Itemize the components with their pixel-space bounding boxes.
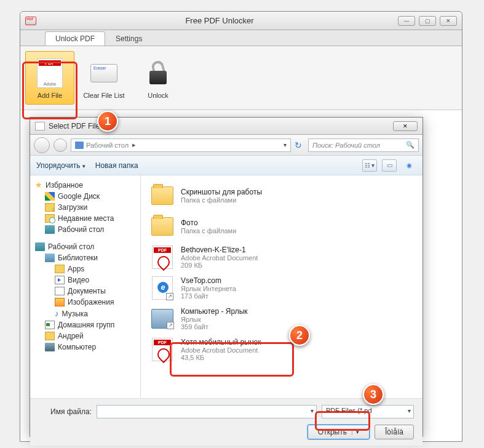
path-text: Рабочий стол (86, 142, 129, 149)
pdf-file-icon (150, 337, 175, 362)
sidebar-item-images[interactable]: Изображения (30, 297, 140, 308)
open-button[interactable]: Открыть▾ (307, 425, 370, 439)
dialog-titlebar: Select PDF File ✕ (30, 118, 423, 135)
callout-2: 2 (289, 325, 310, 346)
star-icon: ★ (35, 180, 42, 190)
sidebar-item-gdrive[interactable]: Google Диск (30, 191, 140, 202)
sidebar-item-music[interactable]: ♪Музыка (30, 308, 140, 319)
lock-icon (142, 57, 174, 89)
desktop-icon (35, 242, 45, 251)
preview-pane-button[interactable]: ▭ (382, 159, 397, 172)
nav-forward-button[interactable] (54, 138, 67, 152)
unlock-button[interactable]: Unlock (133, 51, 183, 105)
close-button[interactable]: ✕ (440, 16, 457, 26)
desktop-icon (45, 225, 55, 234)
search-input[interactable]: Поиск: Рабочий стол 🔍 (308, 138, 419, 152)
dialog-nav: Рабочий стол ▸ ▾ ↻ Поиск: Рабочий стол 🔍 (30, 135, 423, 156)
main-titlebar: Free PDF Unlocker — ▢ ✕ (20, 12, 462, 30)
unlock-label: Unlock (148, 92, 169, 99)
sidebar-item-user[interactable]: Андрей (30, 330, 140, 342)
video-icon (55, 276, 65, 284)
computer-shortcut-icon: ↗ (150, 306, 175, 331)
search-placeholder: Поиск: Рабочий стол (312, 142, 380, 149)
image-icon (55, 298, 65, 306)
pdf-file-icon (150, 245, 175, 270)
sidebar-item-documents[interactable]: Документы (30, 286, 140, 297)
open-dropdown-icon[interactable]: ▾ (352, 429, 359, 435)
filename-input[interactable] (97, 405, 317, 418)
pdf-icon (34, 57, 66, 89)
dialog-toolbar: Упорядочить ▾ Новая папка ☷ ▾ ▭ ◉ (30, 156, 423, 175)
ribbon: Add File Clear File List Unlock (20, 46, 462, 110)
cancel-button[interactable]: Îòìåíà (375, 425, 414, 439)
folder-icon (55, 265, 65, 273)
chevron-right-icon: ▸ (132, 141, 136, 149)
organize-menu[interactable]: Упорядочить ▾ (36, 161, 85, 170)
clear-list-button[interactable]: Clear File List (79, 51, 129, 105)
sidebar-item-desktop[interactable]: Рабочий стол (30, 224, 140, 235)
refresh-icon[interactable]: ↻ (295, 140, 302, 150)
sidebar-desktop-root[interactable]: Рабочий стол (30, 241, 140, 252)
recent-icon (45, 214, 55, 223)
window-controls: — ▢ ✕ (398, 16, 457, 26)
file-item-shortcut[interactable]: ↗ Компьютер - ЯрлыкЯрлык359 байт (146, 303, 418, 334)
sidebar-item-video[interactable]: Видео (30, 274, 140, 286)
ie-shortcut-icon: ↗ (150, 276, 175, 300)
tab-unlock-pdf[interactable]: Unlock PDF (45, 31, 105, 46)
clear-list-label: Clear File List (83, 92, 124, 99)
address-bar[interactable]: Рабочий стол ▸ ▾ (71, 138, 291, 152)
search-icon: 🔍 (406, 141, 415, 149)
file-item-shortcut[interactable]: ↗ VseTop.comЯрлык Интернета173 байт (146, 273, 418, 303)
folder-icon (150, 214, 175, 239)
document-icon (55, 287, 65, 295)
app-icon (25, 17, 36, 25)
callout-3: 3 (363, 384, 384, 405)
maximize-button[interactable]: ▢ (419, 16, 436, 26)
file-item-folder[interactable]: Скриншоты для работыПапка с файлами (146, 180, 418, 211)
homegroup-icon (45, 321, 55, 329)
path-dropdown-icon[interactable]: ▾ (284, 142, 287, 148)
dialog-body: ★Избранное Google Диск Загрузки Недавние… (30, 175, 423, 398)
file-list: Скриншоты для работыПапка с файлами Фото… (141, 175, 423, 398)
callout-1: 1 (97, 111, 118, 132)
dialog-close-button[interactable]: ✕ (393, 121, 418, 131)
new-folder-button[interactable]: Новая папка (95, 161, 138, 170)
tab-bar: Unlock PDF Settings (20, 30, 462, 46)
file-type-filter[interactable]: PDF Files (*.pd (322, 405, 414, 418)
help-button[interactable]: ◉ (402, 159, 416, 172)
music-icon: ♪ (55, 309, 59, 318)
location-icon (75, 142, 84, 149)
computer-icon (45, 343, 55, 351)
file-item-pdf[interactable]: Bethoven-K-E'lize-1Adobe Acrobat Documen… (146, 242, 418, 273)
nav-back-button[interactable] (34, 137, 50, 153)
add-file-label: Add File (38, 92, 62, 99)
dialog-footer: Имя файла: PDF Files (*.pd Открыть▾ Îòìå… (30, 398, 423, 446)
minimize-button[interactable]: — (398, 16, 415, 26)
sidebar-item-homegroup[interactable]: Домашняя групп (30, 319, 140, 330)
user-icon (45, 332, 55, 340)
sidebar-item-recent[interactable]: Недавние места (30, 213, 140, 224)
sidebar-favorites[interactable]: ★Избранное (30, 179, 140, 191)
add-file-button[interactable]: Add File (25, 51, 74, 105)
folder-icon (150, 183, 175, 208)
sidebar-item-apps[interactable]: Apps (30, 263, 140, 274)
view-mode-button[interactable]: ☷ ▾ (362, 159, 377, 172)
file-item-pdf-selected[interactable]: Хотя мобильный рынокAdobe Acrobat Docume… (146, 334, 418, 365)
dialog-icon (35, 122, 45, 130)
sidebar-item-computer[interactable]: Компьютер (30, 342, 140, 353)
download-icon (45, 203, 55, 212)
sidebar-item-downloads[interactable]: Загрузки (30, 202, 140, 213)
gdrive-icon (45, 192, 55, 201)
filename-label: Имя файла: (39, 407, 92, 416)
tab-settings[interactable]: Settings (105, 31, 153, 46)
window-title: Free PDF Unlocker (41, 16, 398, 25)
library-icon (45, 254, 55, 262)
sidebar: ★Избранное Google Диск Загрузки Недавние… (30, 175, 141, 398)
eraser-icon (88, 57, 120, 89)
sidebar-item-libraries[interactable]: Библиотеки (30, 252, 140, 263)
file-item-folder[interactable]: ФотоПапка с файлами (146, 211, 418, 242)
